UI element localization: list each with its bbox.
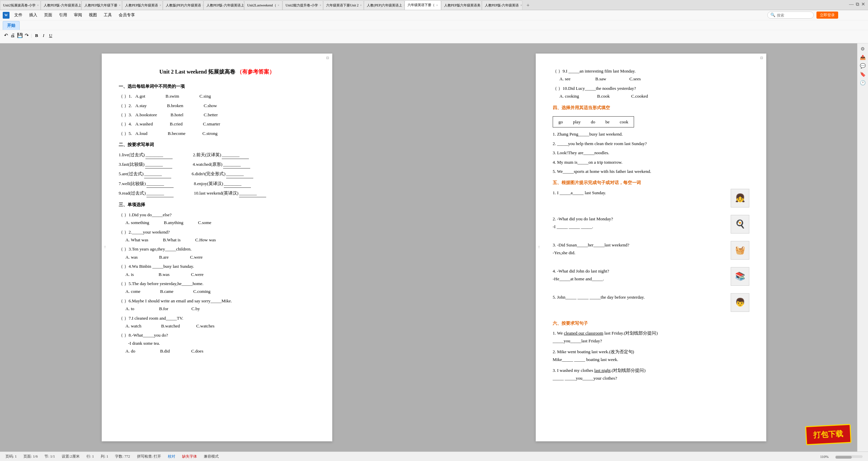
tab-pep8[interactable]: 人教PEP版-六年级英语 ×: [482, 0, 522, 10]
girl-reading-icon: 👧: [731, 189, 749, 207]
s6-q1: 1. We cleaned our classroom last Friday.…: [553, 329, 749, 345]
fill-row1: 1.live(过去式)________ 2.前天(汉译英)________: [119, 151, 315, 159]
bold-icon[interactable]: B: [34, 33, 40, 39]
word-box: go play do be cook: [553, 116, 634, 127]
sidebar-icon-4[interactable]: 🔖: [860, 72, 866, 77]
word-count: 字数: 772: [115, 454, 130, 459]
section2-title: 二、按要求写单词: [119, 141, 315, 148]
s5-q1-row: 1. I _____a_____ last Sunday. 👧: [553, 189, 749, 211]
zoom-level[interactable]: 110%: [820, 455, 829, 459]
q10: （ ）10.Did Lucy_____the noodles yesterday…: [553, 84, 749, 100]
s3-q2: （ ）2._____your weekend? A. What was B.Wh…: [119, 228, 315, 244]
sidebar-icon-3[interactable]: 💬: [860, 63, 866, 69]
section1-title: 一、选出每组单词中不同类的一项: [119, 82, 315, 90]
save-icon[interactable]: 💾: [17, 33, 23, 38]
section5-title: 五、根据图片提示完成句子或对话，每空一词: [553, 179, 749, 186]
tab-unit2[interactable]: Unit2拓展拔高卷-小学 ×: [0, 0, 41, 10]
tab-unit2cap[interactable]: Unit2能力提升卷-小学 ×: [282, 0, 323, 10]
section4-title: 四、选择并用其适当形式填空: [553, 104, 749, 112]
drag-handle: ⠿: [104, 244, 106, 250]
tab-pep7[interactable]: 人教PEP版六年级英语美 ×: [441, 0, 482, 10]
spell-check: 拼写检查: 打开: [137, 454, 161, 459]
washing-icon: 🧺: [731, 241, 749, 260]
download-badge[interactable]: 打包下载: [805, 424, 852, 445]
s3-q8: （ ）8.-What_____you do? -I drank some tea…: [119, 331, 315, 355]
s4-q4: 4. My mum is_____on a trip tomorrow.: [553, 158, 749, 166]
cooking-icon: 🍳: [731, 215, 749, 234]
tab-home[interactable]: 开始: [3, 21, 20, 30]
s4-q5: 5. We_____sports at home with his father…: [553, 167, 749, 175]
sidebar-icon-2[interactable]: 📤: [860, 55, 866, 60]
s6-q2: 2. Mike went boating last week.(改为否定句) M…: [553, 348, 749, 364]
s1-q3: （ ） 3. A.bookstore B.hotel C.better: [119, 111, 315, 119]
login-button[interactable]: 立即登录: [816, 12, 838, 19]
tab-pep2[interactable]: 人教PEP版六年级下册 ×: [81, 0, 122, 10]
s3-q3: （ ）3.Ten years ago,they_____children. A.…: [119, 245, 315, 261]
app-icon: W: [3, 12, 9, 19]
fill-row3: 5.are(过去式)________ 6.didn't(完全形式)_______…: [119, 170, 315, 178]
tab-pep4[interactable]: 人教版(PEP)六年级英语 ×: [163, 0, 203, 10]
sidebar-icon-5[interactable]: 🕐: [860, 80, 866, 86]
s1-q2: （ ） 2. A.stay B.broken C.show: [119, 102, 315, 109]
undo-icon[interactable]: ↶: [4, 33, 8, 38]
section3-title: 三、单项选择: [119, 201, 315, 208]
tab-pep6[interactable]: 人教(PEP)六年级英语上 ×: [364, 0, 405, 10]
restore-button[interactable]: ⧉: [856, 2, 859, 7]
missing-font[interactable]: 缺失字体: [182, 454, 197, 459]
menu-page[interactable]: 页面: [42, 12, 54, 19]
search-box[interactable]: 🔍: [767, 12, 814, 19]
tab-pep5[interactable]: 人教PEP版-六年级英语上 ×: [203, 0, 244, 10]
status-bar: 页码: 1 页面: 1/6 节: 1/1 设置:2厘米 行: 1 列: 1 字数…: [0, 452, 868, 461]
tab-pep1[interactable]: 人教PEP版-六年级英语上 ×: [41, 0, 81, 10]
tab-unit2last[interactable]: Unit2Lastweekend（ ×: [244, 0, 282, 10]
italic-icon[interactable]: I: [41, 33, 45, 39]
close-button[interactable]: ✕: [861, 1, 865, 7]
tab-grade6b[interactable]: 六年级英语下册（ ×: [405, 0, 441, 10]
search-input[interactable]: [777, 13, 811, 17]
s3-q7: （ ）7.I cleaned room and_____TV. A. watch…: [119, 314, 315, 330]
menu-view[interactable]: 视图: [87, 12, 99, 19]
section-info: 节: 1/1: [44, 454, 55, 459]
q9: （ ）9.I _____an interesting film last Mon…: [553, 67, 749, 83]
s1-q4: （ ） 4. A.washed B.cried C.smarter: [119, 120, 315, 128]
boy-icon: 👦: [731, 293, 749, 312]
page-info: 页码: 1: [5, 454, 17, 459]
menu-review[interactable]: 审阅: [72, 12, 84, 19]
s5-q2-row: 2. -What did you do last Monday? -I ____…: [553, 215, 749, 237]
s1-q5: （ ） 5. A.loud B.become C.strong: [119, 129, 315, 137]
compat-mode: 兼容模式: [204, 454, 219, 459]
redo-icon[interactable]: ↷: [25, 33, 29, 38]
s5-q4-row: 4. -What did John do last night? -He____…: [553, 267, 749, 289]
reading-lying-icon: 📚: [731, 267, 749, 286]
page-title: Unit 2 Last weekend 拓展拔高卷 （有参考答案）: [119, 67, 315, 77]
total-pages: 页面: 1/6: [23, 454, 38, 459]
add-tab-button[interactable]: +: [522, 1, 534, 10]
tab-pep3[interactable]: 人教PEP版六年级英语 ×: [122, 0, 163, 10]
underline-icon[interactable]: U: [48, 33, 54, 39]
minimize-button[interactable]: —: [849, 2, 854, 7]
sidebar-icon-1[interactable]: ⚙: [861, 46, 865, 52]
tab-grade6[interactable]: 六年级英语下册Unit 2 ×: [323, 0, 364, 10]
fill-row4: 7.well(比较级)________ 8.enjoy(英译汉)________: [119, 180, 315, 188]
s3-q4: （ ）4.Wu Binbin _____busy last Sunday. A.…: [119, 262, 315, 278]
s3-q6: （ ）6.Maybe I should write an email and s…: [119, 297, 315, 313]
left-page: ⠿ ⊡ Unit 2 Last weekend 拓展拔高卷 （有参考答案） 一、…: [102, 54, 332, 441]
s3-q1: （ ）1.Did you do_____else? A. something B…: [119, 211, 315, 227]
s5-q5-row: 5. John_____ _____ _____the day before y…: [553, 293, 749, 315]
zoom-slider[interactable]: [835, 455, 863, 458]
menu-ref[interactable]: 引用: [57, 12, 69, 19]
row-info: 行: 1: [86, 454, 94, 459]
section6-title: 六、按要求写句子: [553, 319, 749, 327]
menu-vip[interactable]: 会员专享: [117, 12, 137, 19]
s1-q1: （ ） 1. A.got B.swim C.sing: [119, 92, 315, 100]
menu-tools[interactable]: 工具: [102, 12, 114, 19]
proofread[interactable]: 校对: [168, 454, 175, 459]
print-icon[interactable]: 🖨: [10, 33, 15, 38]
s6-q3: 3. I washed my clothes last night.(对划线部分…: [553, 366, 749, 382]
s5-q3-row: 3. -Did Susan_____her_____last weekend? …: [553, 241, 749, 263]
margin-setting: 设置:2厘米: [62, 454, 80, 459]
search-icon: 🔍: [770, 13, 775, 18]
right-page: ⠿ ⊡ （ ）9.I _____an interesting film last…: [536, 54, 766, 441]
menu-file[interactable]: 文件: [12, 12, 24, 19]
menu-insert[interactable]: 插入: [27, 12, 39, 19]
